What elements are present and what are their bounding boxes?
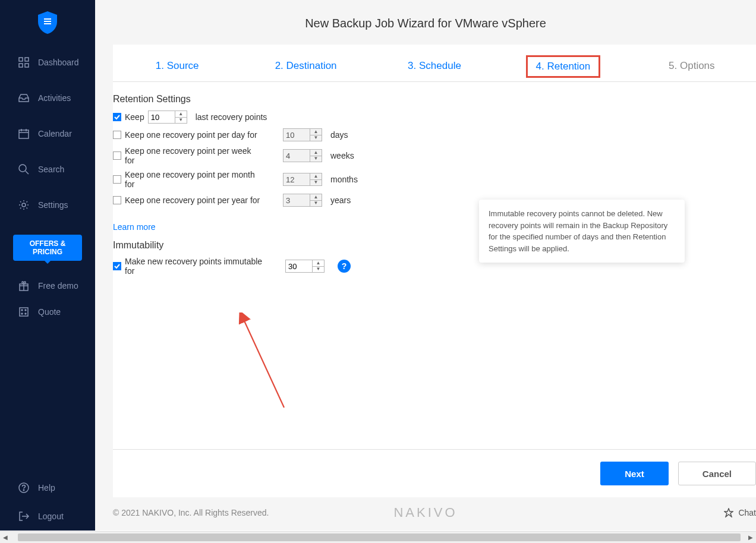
svg-rect-6 — [25, 64, 29, 67]
sidebar-label: Activities — [38, 93, 71, 103]
per-month-row: Keep one recovery point per month for ▲▼… — [113, 170, 756, 189]
per-month-checkbox[interactable] — [113, 175, 121, 184]
sidebar-item-help[interactable]: Help — [0, 473, 95, 502]
keep-last-checkbox[interactable] — [113, 113, 121, 121]
sidebar-label: Logout — [38, 512, 64, 521]
keep-last-row: Keep ▲▼ last recovery points — [113, 111, 756, 124]
copyright-text: © 2021 NAKIVO, Inc. All Rights Reserved. — [113, 508, 269, 517]
keep-last-input[interactable]: ▲▼ — [148, 111, 187, 124]
per-week-field — [284, 150, 310, 162]
shield-icon — [38, 11, 57, 34]
per-day-label: Keep one recovery point per day for — [125, 130, 257, 140]
per-day-row: Keep one recovery point per day for ▲▼ d… — [113, 128, 756, 141]
svg-point-21 — [25, 313, 26, 314]
learn-more-link[interactable]: Learn more — [113, 222, 156, 232]
sidebar-item-calendar[interactable]: Calendar — [0, 116, 95, 151]
scroll-left-icon[interactable]: ◀ — [0, 532, 11, 543]
spinner-up-icon[interactable]: ▲ — [310, 173, 322, 180]
next-button[interactable]: Next — [600, 462, 669, 485]
per-year-label: Keep one recovery point per year for — [125, 195, 260, 205]
spinner-down-icon[interactable]: ▼ — [310, 135, 322, 141]
keep-suffix: last recovery points — [196, 112, 267, 122]
spinner-arrows[interactable]: ▲▼ — [310, 150, 322, 162]
spinner-up-icon[interactable]: ▲ — [310, 129, 322, 135]
wizard-tabs: 1. Source 2. Destination 3. Schedule 4. … — [113, 45, 756, 82]
sidebar-item-activities[interactable]: Activities — [0, 80, 95, 116]
spinner-up-icon[interactable]: ▲ — [175, 111, 187, 118]
page-title: New Backup Job Wizard for VMware vSphere — [95, 0, 756, 45]
spinner-arrows[interactable]: ▲▼ — [312, 260, 324, 272]
per-week-label: Keep one recovery point per week for — [125, 146, 262, 165]
search-icon — [18, 163, 30, 175]
cancel-button[interactable]: Cancel — [678, 462, 756, 485]
app-footer: © 2021 NAKIVO, Inc. All Rights Reserved.… — [95, 497, 756, 531]
svg-rect-7 — [19, 130, 29, 138]
tab-source[interactable]: 1. Source — [113, 60, 241, 74]
sidebar-item-free-demo[interactable]: Free demo — [0, 273, 95, 299]
spinner-down-icon[interactable]: ▼ — [313, 267, 324, 273]
per-year-field — [284, 194, 310, 206]
immutability-tooltip: Immutable recovery points cannot be dele… — [479, 200, 685, 263]
main-content: New Backup Job Wizard for VMware vSphere… — [95, 0, 756, 531]
spinner-up-icon[interactable]: ▲ — [313, 260, 324, 267]
tab-schedule[interactable]: 3. Schedule — [370, 60, 499, 74]
wizard-footer: Next Cancel — [113, 449, 756, 497]
quote-icon — [18, 306, 30, 318]
per-month-input[interactable]: ▲▼ — [283, 173, 322, 186]
help-circle-icon[interactable]: ? — [338, 260, 351, 273]
spinner-down-icon[interactable]: ▼ — [175, 118, 187, 124]
svg-rect-2 — [44, 23, 51, 24]
svg-rect-4 — [25, 58, 29, 61]
per-month-label: Keep one recovery point per month for — [125, 170, 262, 189]
scrollbar-track[interactable] — [11, 532, 745, 543]
offers-pricing-button[interactable]: OFFERS & PRICING — [13, 235, 82, 261]
spinner-down-icon[interactable]: ▼ — [310, 180, 322, 186]
spinner-down-icon[interactable]: ▼ — [310, 156, 322, 162]
spinner-up-icon[interactable]: ▲ — [310, 194, 322, 201]
spinner-arrows[interactable]: ▲▼ — [310, 129, 322, 141]
svg-line-12 — [26, 171, 29, 174]
per-week-checkbox[interactable] — [113, 151, 121, 160]
wizard-step-content: Retention Settings Keep ▲▼ last recovery… — [113, 82, 756, 449]
wizard-card: 1. Source 2. Destination 3. Schedule 4. … — [113, 45, 756, 497]
scrollbar-thumb[interactable] — [18, 533, 741, 541]
gift-icon — [18, 280, 30, 292]
spinner-arrows[interactable]: ▲▼ — [175, 111, 187, 123]
svg-rect-5 — [19, 64, 23, 67]
tab-options[interactable]: 5. Options — [628, 60, 756, 74]
tab-destination[interactable]: 2. Destination — [241, 60, 370, 74]
per-year-input[interactable]: ▲▼ — [283, 194, 322, 207]
sidebar-label: Free demo — [38, 281, 78, 291]
per-year-checkbox[interactable] — [113, 196, 121, 204]
horizontal-scrollbar[interactable]: ◀ ▶ — [0, 531, 756, 543]
per-week-input[interactable]: ▲▼ — [283, 149, 322, 162]
svg-rect-0 — [44, 18, 51, 20]
spinner-down-icon[interactable]: ▼ — [310, 201, 322, 207]
immutability-input[interactable]: ▲▼ — [285, 260, 325, 273]
svg-rect-1 — [44, 21, 51, 22]
sidebar-item-quote[interactable]: Quote — [0, 299, 95, 325]
spinner-arrows[interactable]: ▲▼ — [310, 194, 322, 206]
keep-last-field[interactable] — [149, 111, 175, 123]
spinner-arrows[interactable]: ▲▼ — [310, 173, 322, 185]
sidebar-item-settings[interactable]: Settings — [0, 187, 95, 223]
sidebar-label: Help — [38, 483, 55, 493]
sidebar-item-search[interactable]: Search — [0, 151, 95, 187]
brand-logo: NAKIVO — [393, 505, 457, 520]
svg-rect-17 — [20, 308, 28, 316]
immutability-checkbox[interactable] — [113, 262, 121, 270]
chat-link[interactable]: Chat — [724, 508, 756, 517]
per-day-checkbox[interactable] — [113, 131, 121, 139]
spinner-up-icon[interactable]: ▲ — [310, 150, 322, 156]
per-day-input[interactable]: ▲▼ — [283, 128, 322, 141]
svg-point-20 — [21, 313, 23, 314]
calendar-icon — [18, 128, 30, 140]
sidebar-item-dashboard[interactable]: Dashboard — [0, 45, 95, 80]
per-month-unit: months — [330, 175, 358, 184]
sidebar-item-logout[interactable]: Logout — [0, 502, 95, 531]
per-week-row: Keep one recovery point per week for ▲▼ … — [113, 146, 756, 165]
immutability-field[interactable] — [286, 260, 312, 272]
sidebar-label: Calendar — [38, 129, 72, 138]
tab-retention[interactable]: 4. Retention — [499, 60, 627, 74]
scroll-right-icon[interactable]: ▶ — [745, 532, 756, 543]
